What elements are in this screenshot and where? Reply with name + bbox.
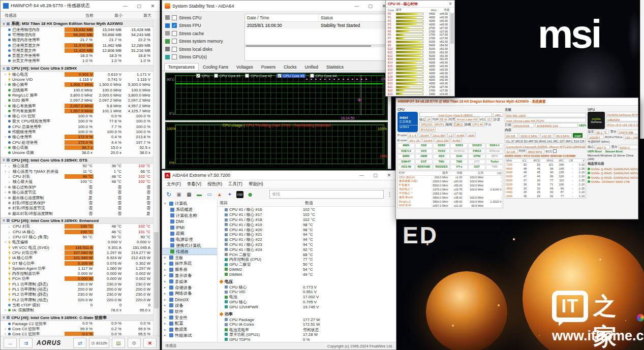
- sensor-row[interactable]: ›核心 C0 驻留100.0 %0.0 %100.0 %: [1, 113, 153, 118]
- tree-item-IPMI[interactable]: IPMI: [162, 225, 217, 231]
- sensor-row[interactable]: VR VCC 电流 (SVID)116.511 A9.301 A151.045 …: [1, 245, 153, 250]
- sensor-row[interactable]: GT 核心功率0.100 W0.076 W0.302 W: [1, 261, 153, 266]
- core-clock-row[interactable]: P42700x27.00: [386, 26, 449, 29]
- tree-item-root[interactable]: ▾计算机: [162, 201, 217, 207]
- close-sensors-icon[interactable]: ✕: [143, 338, 157, 348]
- refresh-icon[interactable]: ↻: [165, 191, 172, 198]
- sensor-row[interactable]: 封装/环形温度节流否否否: [1, 205, 153, 210]
- sensor-row[interactable]: ›Core C1 驻留率0.1 %0.0 %95.5 %: [1, 331, 153, 336]
- share-icon[interactable]: ⇄: [73, 338, 86, 348]
- sensor-row[interactable]: ↓核心最大值100 °C48 °C102 °C: [1, 179, 153, 184]
- core-clock-row[interactable]: E212700x27.00: [386, 85, 449, 89]
- aida-sensor-row[interactable]: GPU 12VHPWR19.745 V: [218, 304, 396, 309]
- sensor-row[interactable]: 平均有效频率1,957.9 MHz101.1 MHz4,125.7 MHz: [1, 108, 153, 113]
- logging-clock-button[interactable]: ◷ 8112h: [89, 338, 109, 348]
- minimize-icon[interactable]: —: [118, 1, 132, 11]
- legend-item[interactable]: CPU Core #1: [214, 74, 241, 78]
- aida-sensor-row[interactable]: CPU 核心0.773 V: [218, 284, 396, 290]
- tree-item-电源管理[interactable]: 电源管理: [162, 237, 217, 243]
- sensor-row[interactable]: ›核心温度节流否否否: [1, 189, 153, 195]
- tree-item-DirectX[interactable]: ▸DirectX: [162, 297, 217, 303]
- sensor-row[interactable]: PL1 功率限制 (静态)230.0 W230.0 W230.0 W: [1, 281, 153, 287]
- sensor-column-headers[interactable]: 传感器当前 最小最大: [1, 12, 160, 19]
- tree-item-传感器[interactable]: 传感器: [162, 248, 217, 254]
- aida-sensor-row[interactable]: GPU TDP%0 %: [218, 337, 396, 342]
- core-clock-row[interactable]: E144200x42.00: [386, 61, 449, 65]
- drive-row[interactable]: NVMe ◎ RAID: SAMSUNG MZVL81T0HDLB: [588, 175, 638, 180]
- core-clock-row[interactable]: E174200x42.00: [386, 71, 449, 75]
- sensor-group-header[interactable]: ∨CPU [#0]: Intel Core Ultra 9 285HX: Enh…: [1, 217, 153, 224]
- core-clock-row[interactable]: E125100x51.00: [386, 54, 449, 57]
- sensor-row[interactable]: 已使用页面文件11,970 MB11,962 MB12,289 MB: [1, 43, 153, 48]
- sensor-row[interactable]: PL2 功率限制 (静态)230.0 W230.0 W230.0 W: [1, 292, 153, 297]
- tree-item-配置[interactable]: ▸配置: [162, 321, 217, 327]
- aida-sensor-row[interactable]: DIMM449 °C: [218, 272, 396, 277]
- tab-statistics[interactable]: Statistics: [322, 63, 348, 71]
- summary-icon[interactable]: ▦: [186, 191, 193, 198]
- sensor-row[interactable]: ›Core C0 驻留率99.9 %0.2 %99.9 %: [1, 326, 153, 331]
- monitor-icon[interactable]: ▭: [206, 191, 213, 198]
- tree-item-DMI[interactable]: DMI: [162, 218, 217, 225]
- more-menu-icon[interactable]: ⋮: [387, 192, 393, 197]
- tab-powers[interactable]: Powers: [257, 63, 280, 71]
- sensor-row[interactable]: ›核心频率1,906.7 MHz1,500.0 MHz5,300.0 MHz: [1, 82, 153, 87]
- panel-column-headers[interactable]: 项目数值: [218, 200, 396, 207]
- log-scrollbar[interactable]: [245, 44, 387, 47]
- sensor-row[interactable]: 性能核使用率100.0 %100.0 %100.0 %: [1, 129, 153, 134]
- tree-item-便携式计算机[interactable]: 便携式计算机: [162, 243, 217, 249]
- legend-item[interactable]: CPU Core #4: [310, 74, 337, 78]
- stress-checkbox[interactable]: Stress system memory: [165, 38, 241, 46]
- hwinfo-scrollbar-thumb[interactable]: [154, 232, 159, 308]
- sensor-row[interactable]: Uncore VID1.116 V0.741 V1.116 V: [1, 77, 153, 82]
- maximize-icon[interactable]: ▢: [363, 1, 377, 11]
- tab-unified[interactable]: Unified: [301, 63, 322, 71]
- aida-sensor-row[interactable]: GPU 二极管50 °C: [218, 262, 396, 267]
- core-clock-row[interactable]: P61700x17.00: [386, 33, 449, 37]
- sensor-row[interactable]: ↓CPU GT 核心 (集显)50 °C50 °C50 °C: [1, 234, 153, 239]
- settings-gear-icon[interactable]: ⚙: [128, 338, 141, 348]
- sensor-row[interactable]: Ring/LLC 频率3,800.0 MHz2,000.0 MHz3,800.0…: [1, 92, 153, 98]
- ecc-checkbox[interactable]: [553, 149, 557, 153]
- core-clock-row[interactable]: E95400x54.00: [386, 44, 449, 47]
- core-clocks-titlebar[interactable]: CPU #0 - 核心时钟 ✕: [386, 1, 454, 8]
- tree-item-主板[interactable]: ▸主板: [162, 254, 217, 261]
- sensor-row[interactable]: 总线频率100.0 MHz100.0 MHz100.0 MHz: [1, 87, 153, 92]
- stress-flame-icon[interactable]: ▲: [216, 191, 223, 198]
- tab-voltages[interactable]: Voltages: [232, 63, 257, 71]
- core-clock-row[interactable]: P04400x44.00: [386, 12, 449, 16]
- tree-item-计算机名称[interactable]: 计算机名称: [162, 213, 217, 219]
- core-clock-row[interactable]: P24200x42.00: [386, 19, 449, 23]
- legend-item[interactable]: ✓CPU Core #3: [277, 74, 305, 78]
- sensor-row[interactable]: PL2 功率限制 (动态)220.0 W220.0 W220.0 W: [1, 297, 153, 302]
- core-clock-row[interactable]: P34200x42.00: [386, 23, 449, 26]
- core-clock-row[interactable]: E154200x42.00: [386, 65, 449, 68]
- sensor-row[interactable]: ›核心电压0.901 V0.610 V1.171 V: [1, 72, 153, 77]
- stress-checkbox[interactable]: Stress GPU(s): [165, 53, 241, 61]
- aida-sensor-row[interactable]: CPU IA Cores172.51 W: [218, 322, 396, 327]
- sensor-row[interactable]: 当前 cTDP 级别000: [1, 302, 153, 307]
- stability-titlebar[interactable]: System Stability Test - AIDA64 — ▢ ✕: [162, 1, 391, 12]
- summary-titlebar[interactable]: HWiNFO® 64 v8.28-5770 @ MSI Titan 18 HX …: [396, 98, 638, 106]
- sensor-row[interactable]: ›电压偏移0.000 V0.000 V: [1, 240, 153, 245]
- search-input[interactable]: 查找: [269, 190, 384, 199]
- close-icon[interactable]: ✕: [146, 1, 160, 11]
- sensor-row[interactable]: ›核心倍频39.7 x15.0 x52.5 x: [1, 145, 153, 150]
- tree-item-设备[interactable]: ▸设备: [162, 303, 217, 309]
- hwinfo-scrollbar[interactable]: [153, 19, 160, 336]
- tree-item-系统概述[interactable]: 系统概述: [162, 207, 217, 213]
- core-clocks-scrollbar-thumb[interactable]: [450, 13, 454, 44]
- close-icon[interactable]: ✕: [382, 170, 396, 180]
- sensor-row[interactable]: 物理内存使用率21.7 %21.7 %22.2 %: [1, 38, 153, 43]
- core-clock-row[interactable]: P52700x27.00: [386, 29, 449, 33]
- sensor-row[interactable]: PL1 功率限制 (动态)200.0 W200.0 W200.0 W: [1, 287, 153, 292]
- sensor-row[interactable]: ›↓核心温度与 TjMAX 的差值11 °C1 °C66 °C: [1, 169, 153, 174]
- osd-icon[interactable]: OSD: [236, 191, 243, 198]
- sensor-row[interactable]: ›超出核心温度限制是否是: [1, 195, 153, 200]
- tree-item-数据库[interactable]: ▸数据库: [162, 327, 217, 333]
- menu-报告(R)[interactable]: 报告(R): [205, 181, 225, 187]
- sensor-row[interactable]: IA 核心功率101.940 W5.924 W212.415 W: [1, 256, 153, 261]
- maximize-icon[interactable]: ▢: [132, 1, 146, 11]
- aida64-titlebar[interactable]: A AIDA64 Extreme v7.50.7200 — ▢ ✕: [162, 171, 396, 180]
- log-headers[interactable]: Date / TimeStatus: [245, 14, 387, 22]
- sensor-group-header[interactable]: ∨系统: MSI Titan 18 HX Dragon Edition Nors…: [1, 20, 153, 27]
